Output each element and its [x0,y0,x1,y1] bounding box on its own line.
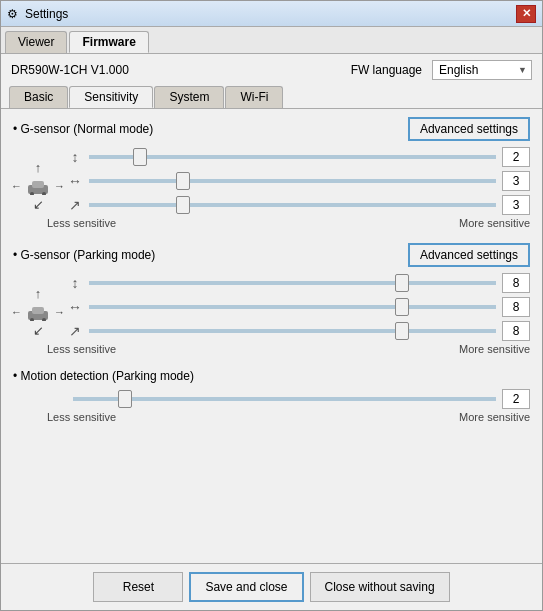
gsensor-parking-title: • G-sensor (Parking mode) [13,248,155,262]
gsensor-normal-header: • G-sensor (Normal mode) Advanced settin… [13,117,530,141]
parking-slider-row-1: ↔ 8 [67,297,530,317]
car-icon-parking: ↑ ← → ↙ [13,276,63,338]
right-arrow-icon: → [54,180,65,192]
normal-slider-1[interactable] [89,179,496,183]
parking-axis-diag: ↗ [67,323,83,339]
normal-value-2: 3 [502,195,530,215]
motion-section: • Motion detection (Parking mode) 2 Less… [13,369,530,425]
diag-arrow-icon: ↙ [33,197,44,212]
firmware-header: DR590W-1CH V1.000 FW language English Ko… [1,54,542,86]
parking-slider-track-1 [89,299,496,315]
parking-value-1: 8 [502,297,530,317]
parking-value-2: 8 [502,321,530,341]
parking-slider-list: ↕ 8 ↔ 8 ↗ [67,273,530,341]
normal-slider-0[interactable] [89,155,496,159]
normal-slider-row-0: ↕ 2 [67,147,530,167]
title-bar-left: ⚙ Settings [7,7,68,21]
normal-slider-2[interactable] [89,203,496,207]
sub-tab-bar: Basic Sensitivity System Wi-Fi [1,86,542,109]
normal-sensitivity-labels: Less sensitive More sensitive [13,215,530,231]
motion-slider-track [73,391,496,407]
parking-more-label: More sensitive [459,343,530,355]
close-button[interactable]: ✕ [516,5,536,23]
sub-tab-sensitivity[interactable]: Sensitivity [69,86,153,108]
gsensor-normal-title: • G-sensor (Normal mode) [13,122,153,136]
main-content: • G-sensor (Normal mode) Advanced settin… [1,109,542,563]
parking-slider-track-0 [89,275,496,291]
car-row-p: ← → [11,303,65,321]
parking-slider-track-2 [89,323,496,339]
axis-up-arrow: ↕ [67,149,83,165]
reset-button[interactable]: Reset [93,572,183,602]
parking-slider-row-0: ↕ 8 [67,273,530,293]
fw-lang-select[interactable]: English Korean Chinese Japanese [432,60,532,80]
car-icon-normal: ↑ ← → ↙ [13,150,63,212]
left-arrow-icon-p: ← [11,306,22,318]
diag-arrow-icon-p: ↙ [33,323,44,338]
left-arrow-icon: ← [11,180,22,192]
right-arrow-icon-p: → [54,306,65,318]
fw-lang-label: FW language [351,63,422,77]
parking-less-label: Less sensitive [47,343,116,355]
parking-slider-row-2: ↗ 8 [67,321,530,341]
normal-value-1: 3 [502,171,530,191]
window-title: Settings [25,7,68,21]
save-button[interactable]: Save and close [189,572,303,602]
normal-slider-row-2: ↗ 3 [67,195,530,215]
normal-less-label: Less sensitive [47,217,116,229]
motion-header: • Motion detection (Parking mode) [13,369,530,383]
gsensor-parking-header: • G-sensor (Parking mode) Advanced setti… [13,243,530,267]
normal-more-label: More sensitive [459,217,530,229]
parking-slider-1[interactable] [89,305,496,309]
gsensor-normal-sliders: ↑ ← → ↙ [13,147,530,215]
sub-tab-system[interactable]: System [154,86,224,108]
normal-slider-list: ↕ 2 ↔ 3 ↗ [67,147,530,215]
parking-slider-0[interactable] [89,281,496,285]
axis-diag-arrow: ↗ [67,197,83,213]
car-svg-parking [24,303,52,321]
fw-lang-select-wrapper[interactable]: English Korean Chinese Japanese [432,60,532,80]
normal-slider-row-1: ↔ 3 [67,171,530,191]
adv-settings-normal-btn[interactable]: Advanced settings [408,117,530,141]
motion-slider-row: 2 [17,389,530,409]
motion-more-label: More sensitive [459,411,530,423]
parking-axis-horiz: ↔ [67,299,83,315]
tab-firmware[interactable]: Firmware [69,31,148,53]
title-bar: ⚙ Settings ✕ [1,1,542,27]
motion-slider-area: 2 [13,389,530,409]
normal-slider-track-1 [89,173,496,189]
gsensor-normal-section: • G-sensor (Normal mode) Advanced settin… [13,117,530,231]
svg-rect-1 [32,181,44,188]
parking-slider-2[interactable] [89,329,496,333]
car-svg [24,177,52,195]
normal-slider-track-0 [89,149,496,165]
normal-value-0: 2 [502,147,530,167]
parking-value-0: 8 [502,273,530,293]
parking-sensitivity-labels: Less sensitive More sensitive [13,341,530,357]
car-row: ← → [11,177,65,195]
parking-axis-up: ↕ [67,275,83,291]
close-without-saving-button[interactable]: Close without saving [310,572,450,602]
adv-settings-parking-btn[interactable]: Advanced settings [408,243,530,267]
fw-model: DR590W-1CH V1.000 [11,63,129,77]
motion-sensitivity-labels: Less sensitive More sensitive [13,409,530,425]
sub-tab-basic[interactable]: Basic [9,86,68,108]
motion-slider[interactable] [73,397,496,401]
svg-rect-5 [32,307,44,314]
window-icon: ⚙ [7,7,21,21]
up-arrow-icon: ↑ [35,160,42,175]
up-arrow-icon-p: ↑ [35,286,42,301]
motion-value: 2 [502,389,530,409]
gsensor-parking-section: • G-sensor (Parking mode) Advanced setti… [13,243,530,357]
top-tab-bar: Viewer Firmware [1,27,542,54]
motion-title: • Motion detection (Parking mode) [13,369,194,383]
tab-viewer[interactable]: Viewer [5,31,67,53]
bottom-bar: Reset Save and close Close without savin… [1,563,542,610]
axis-horiz-arrow: ↔ [67,173,83,189]
gsensor-parking-sliders: ↑ ← → ↙ ↕ [13,273,530,341]
settings-window: ⚙ Settings ✕ Viewer Firmware DR590W-1CH … [0,0,543,611]
normal-slider-track-2 [89,197,496,213]
motion-less-label: Less sensitive [47,411,116,423]
sub-tab-wifi[interactable]: Wi-Fi [225,86,283,108]
